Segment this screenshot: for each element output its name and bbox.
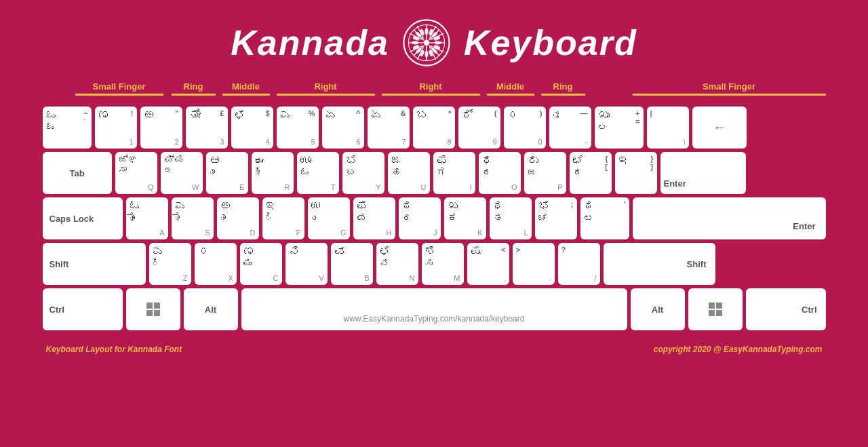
- key-t[interactable]: ಊಓ T: [297, 152, 339, 194]
- keyboard: ಒಓ ~` ಣ ! 1 ಅ " 2 ತೀ £ 3: [43, 106, 826, 334]
- key-shift-left[interactable]: Shift: [43, 243, 146, 285]
- svg-point-31: [412, 41, 418, 45]
- finger-label-middle-left: Middle: [222, 81, 270, 96]
- ashoka-wheel-icon: [403, 19, 450, 66]
- finger-label-small-finger-left: Small Finger: [75, 81, 163, 96]
- key-semicolon[interactable]: ಭಚ ;: [535, 197, 577, 239]
- key-q[interactable]: ಜ್ಞಸಾ Q: [115, 152, 157, 194]
- space-url: www.EasyKannadaTyping.com/kannada/keyboa…: [245, 314, 624, 328]
- key-f[interactable]: ಇಿ F: [262, 197, 304, 239]
- title-area: Kannada: [231, 19, 637, 66]
- svg-rect-42: [716, 310, 722, 316]
- svg-rect-37: [146, 310, 153, 316]
- svg-point-23: [435, 41, 441, 45]
- key-backslash[interactable]: | \: [647, 106, 689, 149]
- key-win-left[interactable]: [126, 288, 180, 330]
- finger-label-right-left: Right: [277, 81, 375, 96]
- key-6[interactable]: ಏ ^ 6: [322, 106, 364, 149]
- key-d[interactable]: ಅಾ D: [217, 197, 259, 239]
- key-1[interactable]: ಣ ! 1: [95, 106, 137, 149]
- svg-point-2: [424, 40, 429, 45]
- key-n[interactable]: ಳನ N: [376, 243, 418, 285]
- svg-rect-41: [709, 310, 715, 316]
- key-alt-right[interactable]: Alt: [631, 288, 685, 330]
- key-equals[interactable]: ಖುಲ +=: [595, 106, 644, 149]
- key-j[interactable]: ಠರ J: [399, 197, 441, 239]
- key-period[interactable]: > .: [513, 243, 555, 285]
- key-i[interactable]: ಫಗ I: [433, 152, 475, 194]
- key-minus[interactable]: ಃ — -: [549, 106, 591, 149]
- row-bottom: Ctrl Alt www.EasyKannadaTyping.com/kanna…: [43, 288, 826, 330]
- title-right: Keyboard: [464, 22, 637, 63]
- key-2[interactable]: ಅ " 2: [140, 106, 182, 149]
- row-asdf: Caps Lock ಓೋ A ಎೇ S ಅಾ D ಇಿ F: [43, 197, 826, 239]
- key-5[interactable]: ಎ % 5: [277, 106, 319, 149]
- key-x[interactable]: ೦ X: [195, 243, 237, 285]
- row-numbers: ಒಓ ~` ಣ ! 1 ಅ " 2 ತೀ £ 3: [43, 106, 826, 149]
- svg-point-27: [425, 51, 428, 58]
- key-bracket-left[interactable]: ಛದ {[: [570, 152, 612, 194]
- windows-icon-right: [707, 301, 724, 317]
- windows-icon: [145, 301, 161, 317]
- key-tab[interactable]: Tab: [43, 152, 112, 194]
- key-backtick[interactable]: ಒಓ ~`: [43, 106, 92, 149]
- svg-rect-38: [154, 310, 160, 316]
- finger-label-right-right: Right: [382, 81, 480, 96]
- key-ctrl-right[interactable]: Ctrl: [746, 288, 826, 330]
- key-7[interactable]: ಏ & 7: [368, 106, 410, 149]
- key-3[interactable]: ತೀ £ 3: [186, 106, 228, 149]
- key-shift-right[interactable]: Shift: [604, 243, 715, 285]
- key-b[interactable]: ವ B: [331, 243, 373, 285]
- key-win-right[interactable]: [688, 288, 743, 330]
- key-z[interactable]: ಎಿ Z: [149, 243, 191, 285]
- footer-right: copyright 2020 @ EasyKannadaTyping.com: [654, 345, 823, 354]
- svg-rect-35: [146, 303, 153, 309]
- finger-label-middle-right: Middle: [487, 81, 534, 96]
- key-y[interactable]: ಭಬ Y: [342, 152, 384, 194]
- key-slash[interactable]: ? /: [558, 243, 600, 285]
- key-enter[interactable]: Enter: [660, 152, 746, 194]
- title-left: Kannada: [231, 22, 389, 63]
- key-p[interactable]: ರುಜ P: [524, 152, 566, 194]
- key-g[interactable]: ಉು G: [308, 197, 350, 239]
- row-qwerty: Tab ಜ್ಞಸಾ Q ಪ್ಪಅ W ಆಾ E ಈೀ R: [43, 152, 826, 194]
- svg-rect-40: [716, 303, 722, 309]
- key-a[interactable]: ಓೋ A: [126, 197, 168, 239]
- key-u[interactable]: ಜಹ U: [388, 152, 430, 194]
- key-0[interactable]: ೦ ) 0: [504, 106, 546, 149]
- key-backspace[interactable]: ←: [692, 106, 747, 149]
- key-s[interactable]: ಎೇ S: [172, 197, 214, 239]
- bottom-bar: Keyboard Layout for Kannada Font copyrig…: [43, 345, 826, 354]
- key-h[interactable]: ಫಪ H: [353, 197, 395, 239]
- key-o[interactable]: ಧದ O: [479, 152, 521, 194]
- svg-point-19: [425, 28, 428, 35]
- key-9[interactable]: ರ್ ( 9: [458, 106, 500, 149]
- key-ctrl-left[interactable]: Ctrl: [43, 288, 123, 330]
- finger-label-small-finger-right: Small Finger: [633, 81, 826, 96]
- key-k[interactable]: ಖಕ K: [444, 197, 486, 239]
- key-w[interactable]: ಪ್ಪಅ W: [161, 152, 203, 194]
- key-8[interactable]: ಬ * 8: [413, 106, 455, 149]
- key-bracket-right[interactable]: ಇ }]: [615, 152, 657, 194]
- key-quote[interactable]: ಠಟ ': [580, 197, 629, 239]
- key-l[interactable]: ಥತ L: [490, 197, 532, 239]
- key-r[interactable]: ಈೀ R: [252, 152, 294, 194]
- key-caps-lock[interactable]: Caps Lock: [43, 197, 123, 239]
- row-zxcv: Shift ಎಿ Z ೦ X ಣಮ C ನ V: [43, 243, 826, 285]
- key-enter-wide[interactable]: Enter: [633, 197, 826, 239]
- svg-rect-39: [709, 303, 715, 309]
- finger-label-ring-left: Ring: [172, 81, 216, 96]
- key-m[interactable]: ಶಸ M: [422, 243, 464, 285]
- finger-labels: Small Finger Ring Middle Right Right Mid…: [43, 81, 826, 105]
- finger-label-ring-right: Ring: [541, 81, 585, 96]
- key-v[interactable]: ನ V: [285, 243, 328, 285]
- key-c[interactable]: ಣಮ C: [240, 243, 282, 285]
- key-space[interactable]: www.EasyKannadaTyping.com/kannada/keyboa…: [241, 288, 627, 330]
- key-e[interactable]: ಆಾ E: [206, 152, 248, 194]
- footer-left: Keyboard Layout for Kannada Font: [46, 345, 182, 354]
- svg-rect-36: [154, 303, 160, 309]
- key-alt-left[interactable]: Alt: [184, 288, 238, 330]
- key-4[interactable]: ಳ $ 4: [231, 106, 273, 149]
- key-comma[interactable]: ಷ < ,: [467, 243, 509, 285]
